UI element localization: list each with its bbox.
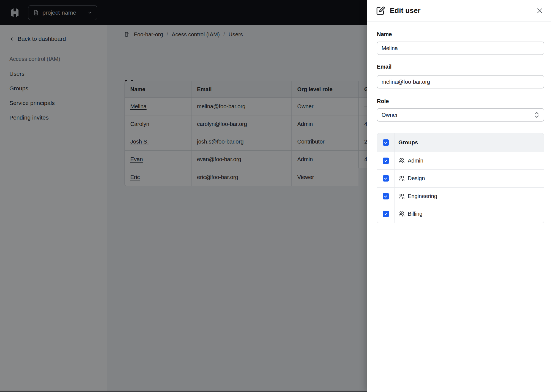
group-checkbox-cell: [377, 152, 395, 169]
groups-picker: Groups Admin: [377, 133, 544, 223]
users-group-icon: [398, 158, 405, 164]
group-label: Admin: [408, 158, 423, 164]
group-row-engineering[interactable]: Engineering: [377, 188, 544, 205]
select-stepper-icon: [534, 112, 539, 118]
group-checkbox-cell: [377, 205, 395, 223]
email-field-label: Email: [377, 63, 391, 70]
users-group-icon: [398, 193, 405, 199]
group-checkbox-admin[interactable]: [383, 158, 389, 164]
group-checkbox-design[interactable]: [383, 175, 389, 182]
role-select-value: Owner: [382, 112, 398, 118]
role-field-label: Role: [377, 98, 389, 105]
group-checkbox-cell: [377, 188, 395, 205]
group-checkbox-engineering[interactable]: [383, 193, 389, 199]
groups-picker-header: Groups: [377, 133, 544, 152]
email-field[interactable]: [377, 75, 544, 88]
edit-icon: [376, 6, 385, 15]
close-icon[interactable]: [536, 7, 543, 14]
groups-select-all-cell: [377, 133, 395, 152]
users-group-icon: [398, 211, 405, 217]
group-label: Design: [408, 175, 425, 182]
groups-picker-title: Groups: [395, 139, 544, 146]
group-row-design[interactable]: Design: [377, 170, 544, 187]
group-row-billing[interactable]: Billing: [377, 205, 544, 223]
select-all-groups-checkbox[interactable]: [383, 139, 389, 146]
name-field-label: Name: [377, 31, 392, 38]
group-label: Billing: [408, 211, 422, 217]
drawer-header: Edit user: [367, 0, 551, 21]
group-checkbox-billing[interactable]: [383, 211, 389, 217]
group-row-admin[interactable]: Admin: [377, 152, 544, 170]
users-group-icon: [398, 175, 405, 182]
role-select[interactable]: Owner: [377, 108, 544, 121]
name-field[interactable]: [377, 42, 544, 55]
edit-user-drawer: Edit user Name Email Role Owner Groups: [367, 0, 551, 392]
drawer-title: Edit user: [390, 6, 420, 15]
group-label: Engineering: [408, 193, 437, 199]
group-checkbox-cell: [377, 170, 395, 187]
